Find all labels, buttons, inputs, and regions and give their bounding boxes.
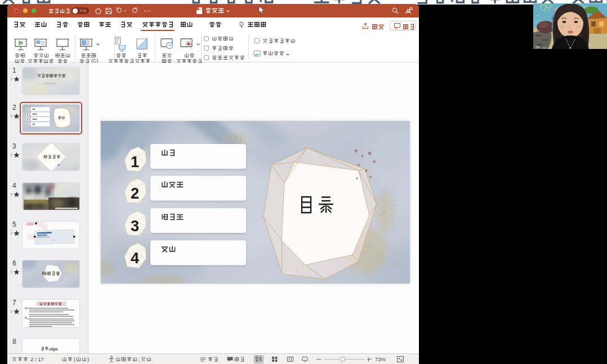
svg-text:4: 4: [131, 250, 139, 267]
svg-text:1: 1: [131, 154, 139, 170]
svg-text:3: 3: [131, 218, 139, 235]
svg-text:2: 2: [131, 185, 139, 202]
svg-text:clipe: clipe: [49, 347, 58, 352]
